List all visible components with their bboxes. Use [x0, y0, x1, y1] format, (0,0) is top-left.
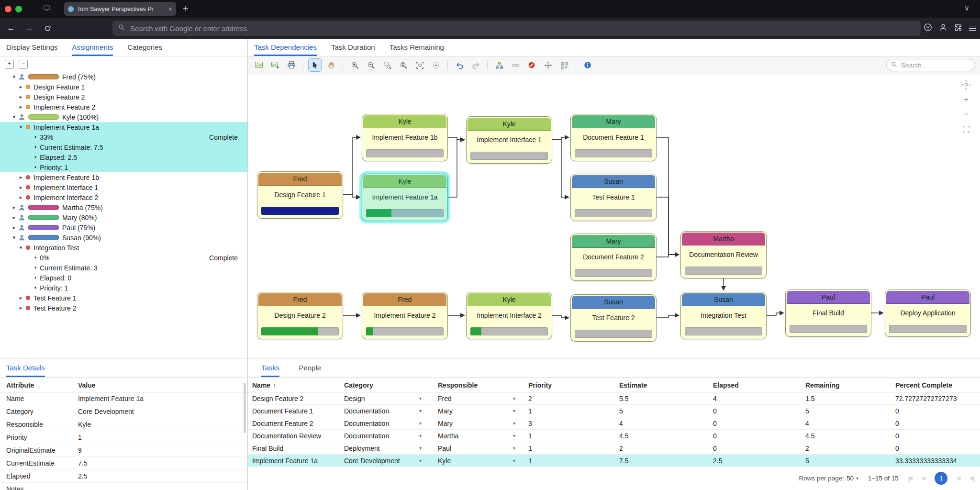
tree-row-test-feature-1[interactable]: ▸Test Feature 1	[0, 293, 247, 303]
chevron-right-icon[interactable]: ▸	[17, 94, 24, 100]
select-tool-icon[interactable]	[309, 59, 321, 71]
zoom-in-button[interactable]: +	[960, 94, 972, 105]
cell-category-dropdown[interactable]: Documentation▾	[344, 432, 422, 440]
tree-row-fred-75[interactable]: ▾Fred (75%)	[0, 72, 247, 82]
task-detail-row-responsible[interactable]: ResponsibleKyle	[0, 418, 247, 431]
cell-category-dropdown[interactable]: Documentation▾	[344, 407, 422, 415]
task-detail-row-elapsed[interactable]: Elapsed2.5	[0, 470, 247, 483]
graph-node-integration-test[interactable]: SusanIntegration Test	[680, 292, 767, 339]
graph-node-implement-interface-2[interactable]: KyleImplement Interface 2	[466, 292, 552, 339]
extensions-icon[interactable]	[954, 23, 962, 33]
tree-row-implement-feature-2[interactable]: ▸Implement Feature 2	[0, 102, 247, 112]
account-icon[interactable]	[939, 23, 947, 33]
tree-row-current-estimate-3[interactable]: •Current Estimate: 3	[0, 263, 247, 273]
horizontal-divider[interactable]	[0, 358, 980, 358]
overview-icon[interactable]	[430, 59, 442, 71]
new-tab-button[interactable]: +	[183, 3, 189, 14]
column-name[interactable]: Name↑	[252, 381, 344, 389]
pocket-icon[interactable]	[924, 23, 932, 33]
zoom-window-button[interactable]	[15, 6, 22, 12]
first-page-button[interactable]: |<	[908, 475, 913, 482]
tree-row-priority-1[interactable]: •Priority: 1	[0, 162, 247, 172]
tree-row-33[interactable]: •33%Complete	[0, 132, 247, 142]
tree-row-design-feature-2[interactable]: ▸Design Feature 2	[0, 92, 247, 102]
tree-row-implement-interface-2[interactable]: ▸Implement Interface 2	[0, 192, 247, 202]
prev-page-button[interactable]: <	[922, 475, 925, 482]
stop-icon[interactable]	[525, 59, 538, 71]
chevron-down-icon[interactable]: ▾	[17, 124, 24, 130]
url-bar[interactable]	[112, 21, 921, 36]
scrollbar-thumb[interactable]	[244, 383, 246, 433]
interactive-zoom-icon[interactable]	[397, 59, 410, 71]
tab-task-dependencies[interactable]: Task Dependencies	[254, 39, 317, 56]
chevron-right-icon[interactable]: ▸	[11, 224, 18, 231]
graph-node-implement-interface-1[interactable]: KyleImplement Interface 1	[466, 116, 552, 164]
tab-people[interactable]: People	[299, 358, 321, 377]
column-category[interactable]: Category	[344, 381, 438, 389]
tree-row-priority-1[interactable]: •Priority: 1	[0, 283, 247, 293]
cell-responsible-dropdown[interactable]: Martha▾	[438, 432, 515, 440]
chevron-down-icon[interactable]: ▾	[11, 114, 18, 120]
forward-button[interactable]: →	[22, 21, 36, 35]
column-responsible[interactable]: Responsible	[438, 381, 528, 389]
layout-icon[interactable]	[493, 59, 505, 71]
dropdown-caret-icon[interactable]: ▾	[513, 433, 515, 438]
rows-per-page-caret-icon[interactable]: ▾	[856, 476, 858, 481]
graph-search-box[interactable]	[886, 59, 975, 71]
close-window-button[interactable]	[5, 6, 11, 12]
task-table-row-design-feature-2[interactable]: Design Feature 2Design▾Fred▾25.541.572.7…	[248, 392, 980, 405]
grid-icon[interactable]	[558, 59, 570, 71]
tree-row-implement-interface-1[interactable]: ▸Implement Interface 1	[0, 182, 247, 192]
chevron-right-icon[interactable]: ▸	[17, 194, 24, 200]
tab-list-chevron-icon[interactable]: ∨	[964, 4, 969, 12]
task-detail-row-category[interactable]: CategoryCore Development	[0, 405, 247, 418]
graph-canvas[interactable]: FredDesign Feature 1KyleImplement Featur…	[248, 74, 980, 358]
tab-tasks-remaining[interactable]: Tasks Remaining	[390, 39, 444, 56]
url-input[interactable]	[129, 24, 915, 33]
zoom-in-icon[interactable]	[348, 59, 361, 71]
chevron-right-icon[interactable]: ▸	[17, 305, 24, 311]
chevron-right-icon[interactable]: ▸	[11, 204, 18, 211]
column-estimate[interactable]: Estimate	[619, 381, 713, 389]
cell-category-dropdown[interactable]: Core Development▾	[344, 457, 422, 465]
chevron-right-icon[interactable]: ▸	[17, 295, 24, 301]
column-remaining[interactable]: Remaining	[805, 381, 895, 389]
tree-row-test-feature-2[interactable]: ▸Test Feature 2	[0, 303, 247, 313]
pan-compass-icon[interactable]	[960, 79, 972, 90]
info-icon[interactable]	[581, 59, 594, 71]
save-image-icon[interactable]	[269, 59, 281, 71]
dropdown-caret-icon[interactable]: ▾	[513, 458, 515, 463]
dropdown-caret-icon[interactable]: ▾	[513, 396, 515, 401]
reload-button[interactable]	[40, 21, 55, 35]
next-page-button[interactable]: >	[957, 475, 960, 482]
dropdown-caret-icon[interactable]: ▾	[419, 445, 422, 451]
task-detail-row-priority[interactable]: Priority1	[0, 431, 247, 444]
export-image-icon[interactable]	[253, 59, 265, 71]
tree-row-susan-90[interactable]: ▾Susan (90%)	[0, 233, 247, 243]
chevron-right-icon[interactable]: ▸	[11, 214, 18, 221]
vertical-divider[interactable]	[247, 39, 248, 490]
dropdown-caret-icon[interactable]: ▾	[513, 445, 515, 451]
graph-node-design-feature-1[interactable]: FredDesign Feature 1	[257, 171, 343, 219]
dropdown-caret-icon[interactable]: ▾	[513, 408, 515, 413]
tree-row-martha-75[interactable]: ▸Martha (75%)	[0, 202, 247, 212]
column-percent-complete[interactable]: Percent Complete	[895, 381, 980, 389]
dropdown-caret-icon[interactable]: ▾	[513, 421, 515, 426]
graph-node-test-feature-2[interactable]: SusanTest Feature 2	[570, 294, 657, 342]
fit-to-window-icon[interactable]	[413, 59, 426, 71]
cell-responsible-dropdown[interactable]: Fred▾	[438, 395, 515, 402]
task-table-row-document-feature-1[interactable]: Document Feature 1Documentation▾Mary▾150…	[248, 405, 980, 417]
graph-node-implement-feature-2[interactable]: FredImplement Feature 2	[362, 292, 448, 339]
cell-responsible-dropdown[interactable]: Paul▾	[438, 445, 515, 452]
graph-node-document-feature-2[interactable]: MaryDocument Feature 2	[570, 234, 657, 281]
dropdown-caret-icon[interactable]: ▾	[419, 433, 422, 438]
graph-node-final-build[interactable]: PaulFinal Build	[785, 290, 871, 337]
tree-row-elapsed-0[interactable]: •Elapsed: 0	[0, 273, 247, 283]
task-detail-row-originalestimate[interactable]: OriginalEstimate9	[0, 444, 247, 457]
dropdown-caret-icon[interactable]: ▾	[419, 396, 422, 401]
chevron-down-icon[interactable]: ▾	[11, 234, 18, 241]
column-priority[interactable]: Priority	[528, 381, 619, 389]
tree-row-kyle-100[interactable]: ▾Kyle (100%)	[0, 112, 247, 122]
menu-icon[interactable]	[969, 24, 976, 33]
task-table-row-documentation-review[interactable]: Documentation ReviewDocumentation▾Martha…	[248, 430, 980, 442]
